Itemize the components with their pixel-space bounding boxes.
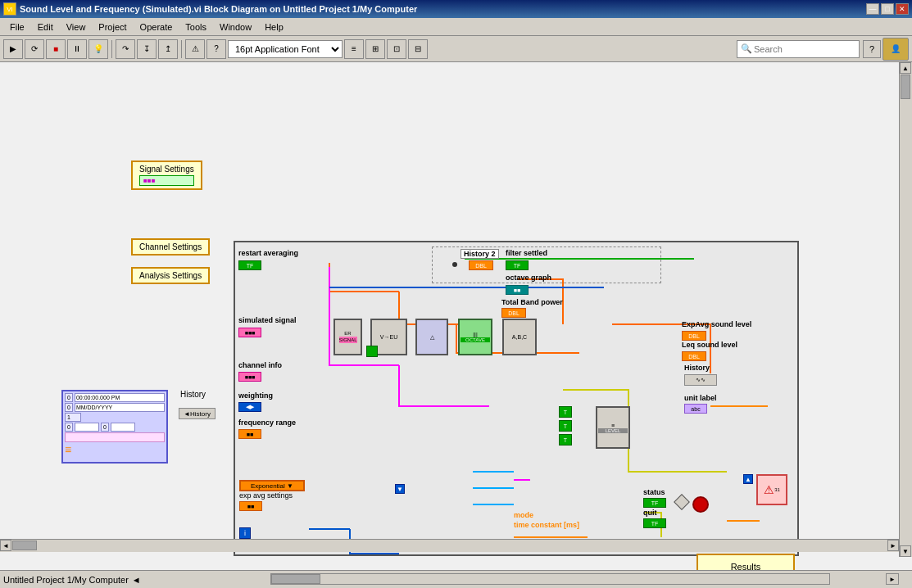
abort-button[interactable]: ■ [46,39,66,59]
window-title: Sound Level and Frequency (Simulated).vi… [20,4,417,14]
filter-settled-tf: TF [506,260,529,270]
scroll-down-indicator: ▼ [395,484,405,494]
exp-avg-settings-label: exp avg settings [239,491,293,500]
history-label-outer: History [180,390,206,399]
wire-junction [452,262,457,267]
unit-label-abc: abc [684,404,707,414]
history-display-left: 0 00:00:00.000 PM 0 MM/DD/YYYY 1 0 0 ≡ [61,390,168,464]
bool-indicator [692,496,709,513]
highlight-button[interactable]: 💡 [88,39,108,59]
vertical-scrollbar[interactable]: ▲ ▼ [899,62,912,557]
help-button[interactable]: ? [863,40,881,58]
menu-tools[interactable]: Tools [179,20,213,34]
triangle-block: △ [415,319,448,355]
total-band-power-label: Total Band power [501,298,563,306]
reorder-button[interactable]: ⊟ [408,39,428,59]
filter-settled-label: filter settled [506,249,547,257]
weighting-label: weighting [238,391,273,400]
title-bar: VI Sound Level and Frequency (Simulated)… [0,0,912,18]
menu-project[interactable]: Project [92,20,133,34]
restart-averaging-tf: TF [238,260,261,270]
separator-1 [111,40,112,58]
horizontal-scrollbar[interactable]: ◄ ► [0,539,899,552]
menu-operate[interactable]: Operate [134,20,179,34]
search-icon: 🔍 [741,43,752,54]
error-cluster: ⚠ 31 [756,474,787,505]
signal-settings-control: Signal Settings ■■■ [131,161,202,190]
warn-button[interactable]: ⚠ [185,39,205,59]
status-scroll-right[interactable]: ► [886,573,899,585]
status-scrollbar[interactable] [270,573,830,585]
history-right-terminal: ∿∿ [684,374,717,386]
simulated-signal-label: simulated signal [238,316,297,324]
expavg-label: ExpAvg sound level [682,320,751,328]
run-continuously-button[interactable]: ⟳ [25,39,44,59]
exp-avg-terminal: ■■ [239,501,262,511]
octave-graph-terminal: ■■ [506,285,529,295]
pause-button[interactable]: ⏸ [67,39,87,59]
step-into-button[interactable]: ↧ [137,39,157,59]
results-box: Results [696,554,795,570]
main-area: Signal Settings ■■■ Channel Settings Ana… [0,62,912,570]
menu-file[interactable]: File [3,20,31,34]
green-square-terminal [366,346,378,357]
menu-edit[interactable]: Edit [31,20,60,34]
project-name: Untitled Project 1/My Computer [3,575,129,585]
app-icon: VI [3,2,16,16]
menu-bar: File Edit View Project Operate Tools Win… [0,18,912,36]
search-input[interactable] [754,44,844,54]
menu-window[interactable]: Window [213,20,258,34]
octave-block: ||| OCTAVE [458,319,492,355]
er-block: ER SIGNAL [333,319,362,355]
status-tf: TF [643,498,666,508]
font-select[interactable]: 16pt Application Font [228,40,343,58]
leq-label: Leq sound level [682,341,737,349]
channel-info-terminal: ■■■ [238,372,261,382]
status-label: status [643,488,665,496]
quit-tf: TF [643,518,666,528]
freq-range-label: frequency range [238,418,296,427]
expavg-dbl: DBL [682,331,706,341]
channel-settings-control: Channel Settings [131,238,210,256]
resize-button[interactable]: ⊡ [387,39,406,59]
analysis-settings-control: Analysis Settings [131,267,210,284]
history-node-outer: ◄History [179,408,216,419]
distribute-button[interactable]: ⊞ [365,39,385,59]
search-bar: 🔍 [737,40,860,58]
step-over-button[interactable]: ↷ [116,39,135,59]
history-center-node: Exponential ▼ [239,480,305,491]
toolbar: ▶ ⟳ ■ ⏸ 💡 ↷ ↧ ↥ ⚠ ? 16pt Application Fon… [0,36,912,62]
run-button[interactable]: ▶ [3,39,23,59]
separator-2 [181,40,182,58]
unit-label-label: unit label [684,394,717,402]
not-gate [674,494,690,510]
mode-label: mode [514,511,533,519]
status-bar: Untitled Project 1/My Computer ◄ ► [0,570,912,588]
menu-view[interactable]: View [60,20,93,34]
history2-dbl: DBL [469,260,493,270]
step-out-button[interactable]: ↥ [158,39,178,59]
octave-graph-label: octave graph [506,274,551,282]
align-button[interactable]: ≡ [344,39,364,59]
channel-info-label: channel info [238,361,282,369]
level-block: ≡ LEVEL [596,406,630,449]
time-constant-label: time constant [ms] [514,521,579,529]
abc-block: A,B,C [502,319,537,355]
t-indicators: T T T [559,406,572,446]
freq-range-terminal: ■■ [238,429,261,439]
leq-dbl: DBL [682,351,706,361]
window-controls: — □ ✕ [866,3,909,15]
total-band-power-dbl: DBL [501,308,526,318]
block-diagram-container: restart averaging TF History 2 DBL filte… [234,241,799,556]
maximize-button[interactable]: □ [881,3,894,15]
scroll-up-indicator: ▲ [743,474,753,484]
weighting-terminal: ◀▶ [238,402,261,412]
menu-help[interactable]: Help [258,20,290,34]
profile-button[interactable]: 👤 [883,38,909,61]
loop-counter-i: i [239,527,251,539]
close-button[interactable]: ✕ [896,3,909,15]
simulated-signal-terminal: ■■■ [238,328,261,337]
restart-averaging-label: restart averaging [238,249,298,257]
minimize-button[interactable]: — [866,3,879,15]
context-help-button[interactable]: ? [206,39,226,59]
